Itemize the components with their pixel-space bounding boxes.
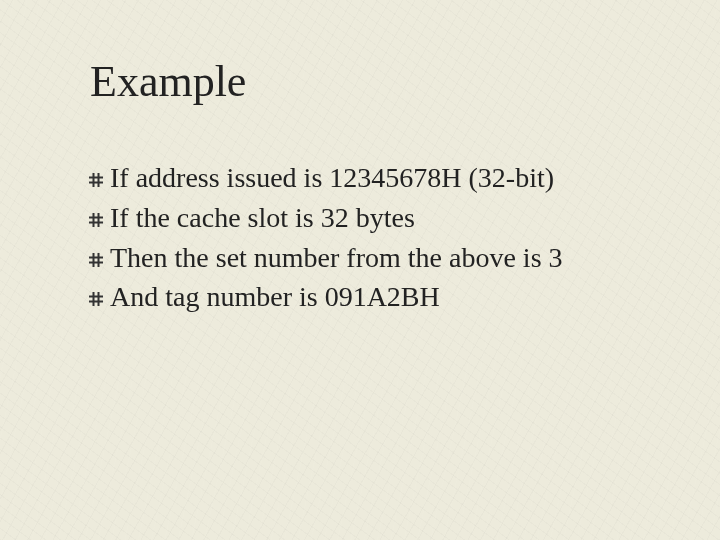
bullet-icon [88, 212, 106, 230]
list-item-text: And tag number is 091A2BH [110, 277, 660, 317]
svg-rect-11 [98, 253, 100, 267]
svg-rect-15 [98, 292, 100, 306]
svg-rect-0 [89, 177, 103, 179]
svg-rect-14 [93, 292, 95, 306]
svg-rect-1 [89, 182, 103, 184]
svg-rect-9 [89, 261, 103, 263]
svg-rect-13 [89, 301, 103, 303]
bullet-icon [88, 252, 106, 270]
slide-title: Example [90, 58, 246, 106]
svg-rect-10 [93, 253, 95, 267]
slide: Example If address issued is 12345678H (… [0, 0, 720, 540]
list-item: If the cache slot is 32 bytes [88, 198, 660, 238]
svg-rect-4 [89, 216, 103, 218]
slide-body: If address issued is 12345678H (32-bit) … [88, 158, 660, 317]
bullet-icon [88, 172, 106, 190]
svg-rect-6 [93, 213, 95, 227]
svg-rect-8 [89, 256, 103, 258]
svg-rect-3 [98, 173, 100, 187]
list-item-text: If address issued is 12345678H (32-bit) [110, 158, 660, 198]
list-item: Then the set number from the above is 3 [88, 238, 660, 278]
list-item-text: Then the set number from the above is 3 [110, 238, 660, 278]
svg-rect-7 [98, 213, 100, 227]
list-item: If address issued is 12345678H (32-bit) [88, 158, 660, 198]
svg-rect-5 [89, 221, 103, 223]
list-item: And tag number is 091A2BH [88, 277, 660, 317]
svg-rect-2 [93, 173, 95, 187]
list-item-text: If the cache slot is 32 bytes [110, 198, 660, 238]
bullet-icon [88, 291, 106, 309]
svg-rect-12 [89, 296, 103, 298]
